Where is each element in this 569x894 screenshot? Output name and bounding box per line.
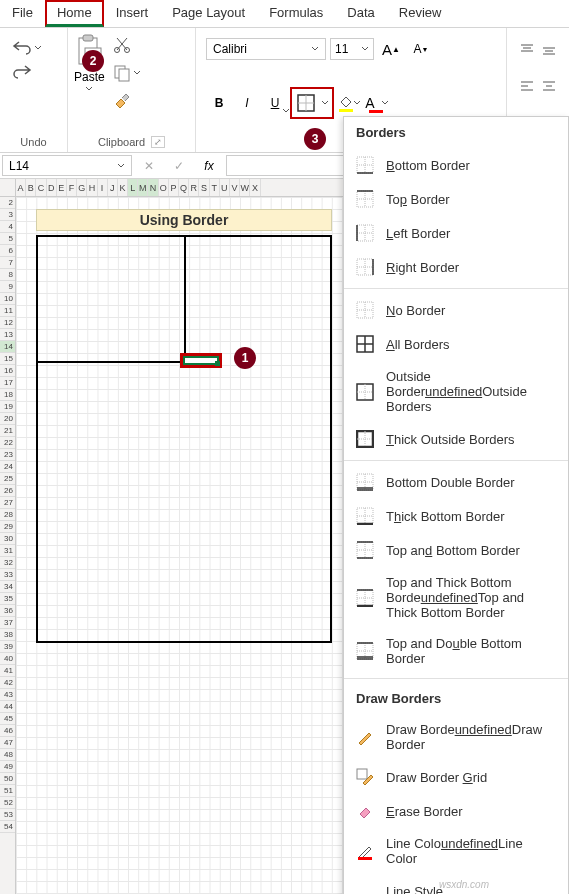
row-header-48[interactable]: 48 <box>0 749 15 761</box>
tab-data[interactable]: Data <box>335 0 386 27</box>
row-header-40[interactable]: 40 <box>0 653 15 665</box>
row-header-20[interactable]: 20 <box>0 413 15 425</box>
menu-item-line-color[interactable]: Line ColoundefinedLine Color <box>344 828 568 874</box>
menu-item-thick-outside-borders[interactable]: Thick Outside Borders <box>344 422 568 456</box>
row-header-37[interactable]: 37 <box>0 617 15 629</box>
italic-button[interactable]: I <box>234 90 260 116</box>
row-header-41[interactable]: 41 <box>0 665 15 677</box>
align-left-button[interactable] <box>517 74 537 100</box>
col-header-S[interactable]: S <box>199 179 209 196</box>
col-header-V[interactable]: V <box>230 179 240 196</box>
menu-item-erase-border[interactable]: Erase Border <box>344 794 568 828</box>
align-center-button[interactable] <box>539 74 559 100</box>
col-header-P[interactable]: P <box>169 179 179 196</box>
row-header-2[interactable]: 2 <box>0 197 15 209</box>
row-header-24[interactable]: 24 <box>0 461 15 473</box>
menu-item-left-border[interactable]: Left Border <box>344 216 568 250</box>
col-header-O[interactable]: O <box>159 179 169 196</box>
row-header-25[interactable]: 25 <box>0 473 15 485</box>
menu-item-top-and-thick-bottom-border[interactable]: Top and Thick Bottom BordeundefinedTop a… <box>344 567 568 628</box>
redo-button[interactable] <box>10 62 57 82</box>
col-header-C[interactable]: C <box>36 179 46 196</box>
select-all-corner[interactable] <box>0 179 16 196</box>
row-header-19[interactable]: 19 <box>0 401 15 413</box>
col-header-F[interactable]: F <box>67 179 77 196</box>
row-header-17[interactable]: 17 <box>0 377 15 389</box>
tab-formulas[interactable]: Formulas <box>257 0 335 27</box>
row-header-10[interactable]: 10 <box>0 293 15 305</box>
row-header-31[interactable]: 31 <box>0 545 15 557</box>
tab-review[interactable]: Review <box>387 0 454 27</box>
menu-item-top-and-bottom-border[interactable]: Top and Bottom Border <box>344 533 568 567</box>
col-header-G[interactable]: G <box>77 179 87 196</box>
row-header-39[interactable]: 39 <box>0 641 15 653</box>
col-header-W[interactable]: W <box>240 179 250 196</box>
increase-font-button[interactable]: A▲ <box>378 36 404 62</box>
row-header-35[interactable]: 35 <box>0 593 15 605</box>
row-header-45[interactable]: 45 <box>0 713 15 725</box>
col-header-I[interactable]: I <box>98 179 108 196</box>
row-header-6[interactable]: 6 <box>0 245 15 257</box>
row-header-43[interactable]: 43 <box>0 689 15 701</box>
row-header-49[interactable]: 49 <box>0 761 15 773</box>
tab-file[interactable]: File <box>0 0 45 27</box>
menu-item-top-and-double-bottom-border[interactable]: Top and Double Bottom Border <box>344 628 568 674</box>
row-header-28[interactable]: 28 <box>0 509 15 521</box>
col-header-A[interactable]: A <box>16 179 26 196</box>
clipboard-launcher-icon[interactable]: ⤢ <box>151 136 165 148</box>
borders-dropdown-button[interactable] <box>319 100 331 106</box>
tab-home[interactable]: Home <box>45 0 104 27</box>
row-header-8[interactable]: 8 <box>0 269 15 281</box>
row-header-11[interactable]: 11 <box>0 305 15 317</box>
menu-item-outside-borders[interactable]: Outside BorderundefinedOutside Borders <box>344 361 568 422</box>
format-painter-button[interactable] <box>111 90 143 112</box>
fx-icon[interactable]: fx <box>194 153 224 178</box>
borders-button[interactable] <box>293 90 319 116</box>
col-header-X[interactable]: X <box>250 179 260 196</box>
row-header-33[interactable]: 33 <box>0 569 15 581</box>
row-header-21[interactable]: 21 <box>0 425 15 437</box>
col-header-H[interactable]: H <box>87 179 97 196</box>
row-header-44[interactable]: 44 <box>0 701 15 713</box>
name-box[interactable]: L14 <box>2 155 132 176</box>
col-header-U[interactable]: U <box>220 179 230 196</box>
row-header-42[interactable]: 42 <box>0 677 15 689</box>
font-color-button[interactable]: A <box>364 90 390 116</box>
menu-item-draw-border-grid[interactable]: Draw Border Grid <box>344 760 568 794</box>
col-header-Q[interactable]: Q <box>179 179 189 196</box>
fill-color-button[interactable] <box>336 90 362 116</box>
row-header-4[interactable]: 4 <box>0 221 15 233</box>
row-header-46[interactable]: 46 <box>0 725 15 737</box>
row-header-3[interactable]: 3 <box>0 209 15 221</box>
col-header-E[interactable]: E <box>57 179 67 196</box>
menu-item-bottom-double-border[interactable]: Bottom Double Border <box>344 465 568 499</box>
row-header-18[interactable]: 18 <box>0 389 15 401</box>
row-header-7[interactable]: 7 <box>0 257 15 269</box>
row-header-16[interactable]: 16 <box>0 365 15 377</box>
col-header-K[interactable]: K <box>118 179 128 196</box>
col-header-B[interactable]: B <box>26 179 36 196</box>
col-header-T[interactable]: T <box>210 179 220 196</box>
row-header-30[interactable]: 30 <box>0 533 15 545</box>
row-header-47[interactable]: 47 <box>0 737 15 749</box>
underline-button[interactable]: U <box>262 90 288 116</box>
row-header-52[interactable]: 52 <box>0 797 15 809</box>
align-top-button[interactable] <box>517 38 537 64</box>
menu-item-all-borders[interactable]: All Borders <box>344 327 568 361</box>
row-header-9[interactable]: 9 <box>0 281 15 293</box>
undo-button[interactable] <box>10 38 57 58</box>
row-header-13[interactable]: 13 <box>0 329 15 341</box>
row-header-5[interactable]: 5 <box>0 233 15 245</box>
col-header-J[interactable]: J <box>108 179 118 196</box>
menu-item-no-border[interactable]: No Border <box>344 293 568 327</box>
font-name-select[interactable]: Calibri <box>206 38 326 60</box>
menu-item-right-border[interactable]: Right Border <box>344 250 568 284</box>
bold-button[interactable]: B <box>206 90 232 116</box>
formula-cancel-icon[interactable]: ✕ <box>134 153 164 178</box>
formula-confirm-icon[interactable]: ✓ <box>164 153 194 178</box>
row-header-12[interactable]: 12 <box>0 317 15 329</box>
row-header-14[interactable]: 14 <box>0 341 15 353</box>
col-header-N[interactable]: N <box>148 179 158 196</box>
decrease-font-button[interactable]: A▼ <box>408 36 434 62</box>
align-middle-button[interactable] <box>539 38 559 64</box>
